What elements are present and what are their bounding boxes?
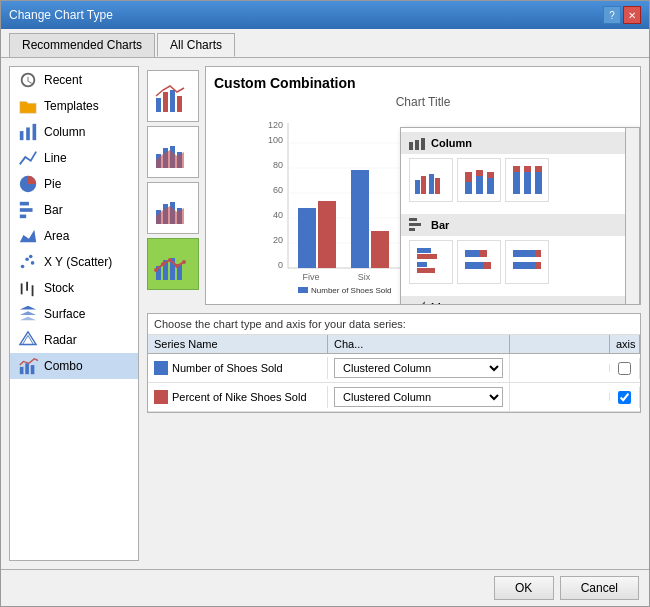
tab-all-charts[interactable]: All Charts (157, 33, 235, 57)
svg-rect-20 (20, 367, 24, 374)
column-100pct[interactable] (505, 158, 549, 202)
svg-rect-83 (421, 176, 426, 194)
series-1-extra (510, 364, 610, 372)
dialog-title: Change Chart Type (9, 8, 113, 22)
overlay-column-options (401, 154, 639, 206)
svg-marker-18 (20, 332, 36, 345)
sidebar-item-pie[interactable]: Pie (10, 171, 138, 197)
series-2-name: Percent of Nike Shoes Sold (172, 391, 307, 403)
cancel-button[interactable]: Cancel (560, 576, 639, 600)
svg-rect-85 (435, 178, 440, 194)
svg-rect-82 (415, 180, 420, 194)
folder-icon (18, 98, 38, 114)
series-1-chart-type-select[interactable]: Clustered Column Line Area (334, 358, 503, 378)
svg-rect-101 (417, 248, 431, 253)
svg-rect-107 (465, 262, 483, 269)
sidebar-item-radar[interactable]: Radar (10, 327, 138, 353)
sidebar-item-line[interactable]: Line (10, 145, 138, 171)
svg-text:100: 100 (268, 135, 283, 145)
column-clustered[interactable] (409, 158, 453, 202)
combo-thumb-2[interactable] (147, 126, 199, 178)
svg-rect-23 (156, 98, 161, 112)
svg-rect-99 (409, 223, 421, 226)
column-stacked[interactable] (457, 158, 501, 202)
svg-rect-94 (524, 172, 531, 194)
series-1-color-swatch (154, 361, 168, 375)
tab-recommended[interactable]: Recommended Charts (9, 33, 155, 57)
svg-rect-110 (535, 250, 541, 257)
svg-rect-111 (513, 262, 535, 269)
svg-marker-15 (20, 317, 36, 321)
sidebar-item-templates[interactable]: Templates (10, 93, 138, 119)
sidebar-item-stock[interactable]: Stock (10, 275, 138, 301)
sidebar-item-scatter[interactable]: X Y (Scatter) (10, 249, 138, 275)
bar-100pct[interactable] (505, 240, 549, 284)
series-1-name: Number of Shoes Sold (172, 362, 283, 374)
sidebar-item-scatter-label: X Y (Scatter) (44, 255, 112, 269)
combo-thumb-4[interactable] (147, 238, 199, 290)
sidebar-item-radar-label: Radar (44, 333, 77, 347)
ok-button[interactable]: OK (494, 576, 554, 600)
svg-rect-112 (535, 262, 541, 269)
recent-icon (18, 72, 38, 88)
sidebar-item-stock-label: Stock (44, 281, 74, 295)
svg-rect-5 (20, 208, 33, 212)
svg-rect-105 (465, 250, 479, 257)
radar-chart-icon (18, 332, 38, 348)
svg-text:Five: Five (302, 272, 319, 282)
svg-rect-86 (465, 182, 472, 194)
column-chart-icon (18, 124, 38, 140)
bar-stacked[interactable] (457, 240, 501, 284)
svg-rect-104 (417, 268, 435, 273)
series-1-axis-checkbox[interactable] (618, 362, 631, 375)
svg-point-43 (168, 258, 172, 262)
bar-clustered[interactable] (409, 240, 453, 284)
bar-chart-icon (18, 202, 38, 218)
overlay-scrollbar[interactable] (625, 128, 639, 305)
svg-marker-7 (20, 230, 36, 243)
help-button[interactable]: ? (603, 6, 621, 24)
left-panel: Recent Templates Column Li (9, 66, 139, 561)
chart-preview: Custom Combination Chart Title 0 20 40 6… (205, 66, 641, 305)
sidebar-item-bar[interactable]: Bar (10, 197, 138, 223)
scatter-chart-icon (18, 254, 38, 270)
combo-thumb-1[interactable] (147, 70, 199, 122)
sidebar-item-line-label: Line (44, 151, 67, 165)
svg-point-10 (31, 261, 35, 265)
svg-rect-103 (417, 262, 427, 267)
close-button[interactable]: ✕ (623, 6, 641, 24)
overlay-bar-label: Bar (431, 219, 449, 231)
svg-rect-0 (20, 131, 24, 140)
surface-chart-icon (18, 306, 38, 322)
header-axis: axis (610, 335, 640, 353)
series-2-chart-type-select[interactable]: Clustered Column Line Area (334, 387, 503, 407)
svg-text:20: 20 (273, 235, 283, 245)
sidebar-item-templates-label: Templates (44, 99, 99, 113)
svg-rect-60 (298, 208, 316, 268)
sidebar-item-recent-label: Recent (44, 73, 82, 87)
svg-rect-93 (513, 166, 520, 172)
series-2-axis-checkbox[interactable] (618, 391, 631, 404)
sidebar-item-combo-label: Combo (44, 359, 83, 373)
sidebar-item-column[interactable]: Column (10, 119, 138, 145)
sidebar-item-surface-label: Surface (44, 307, 85, 321)
svg-rect-65 (318, 201, 336, 268)
svg-rect-108 (483, 262, 491, 269)
title-bar-buttons: ? ✕ (603, 6, 641, 24)
sidebar-item-combo[interactable]: Combo (10, 353, 138, 379)
sidebar-item-surface[interactable]: Surface (10, 301, 138, 327)
change-chart-type-dialog: Change Chart Type ? ✕ Recommended Charts… (0, 0, 650, 607)
svg-text:60: 60 (273, 185, 283, 195)
header-chart-type: Cha... (328, 335, 510, 353)
sidebar-item-area[interactable]: Area (10, 223, 138, 249)
chart-subtitle: Chart Title (214, 95, 632, 109)
combo-thumb-3[interactable] (147, 182, 199, 234)
sidebar-item-recent[interactable]: Recent (10, 67, 138, 93)
svg-rect-81 (421, 138, 425, 150)
sidebar-item-area-label: Area (44, 229, 69, 243)
svg-text:Number of Shoes Sold: Number of Shoes Sold (311, 286, 392, 293)
svg-rect-1 (26, 127, 30, 140)
combo-chart-icon (18, 358, 38, 374)
header-series-name: Series Name (148, 335, 328, 353)
svg-rect-88 (476, 176, 483, 194)
